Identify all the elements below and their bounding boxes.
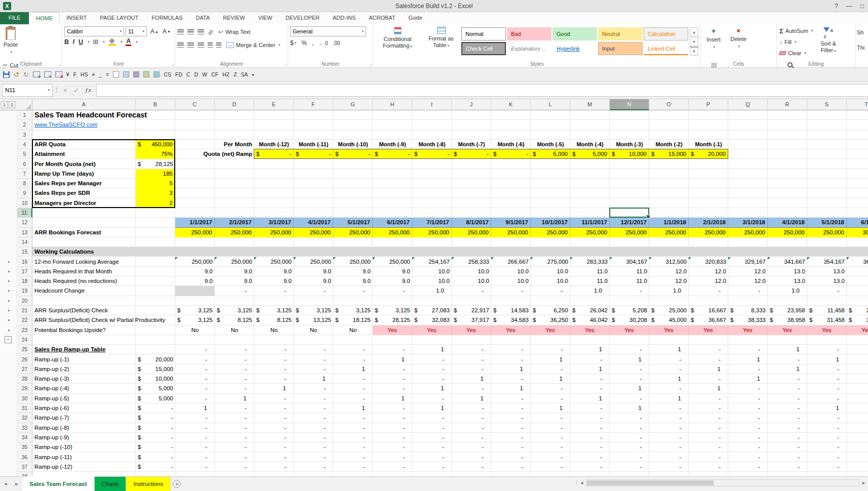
cell-O19[interactable]: 1.0 — [649, 286, 689, 296]
cell-E13[interactable]: 250,000 — [254, 228, 294, 237]
cell-L22[interactable]: $36,250 — [531, 315, 570, 325]
decrease-indent-icon[interactable] — [208, 43, 213, 48]
horizontal-scrollbar[interactable] — [586, 479, 859, 486]
row-header-24[interactable]: 24 — [17, 335, 32, 345]
cell-Q17[interactable]: 12.0 — [728, 267, 768, 276]
clear-button[interactable]: Clear▾ — [778, 48, 815, 59]
cell-A9[interactable]: Sales Reps per SDR — [32, 188, 136, 198]
cell-A6[interactable]: Per Month Quota (net) — [32, 159, 136, 169]
column-header-J[interactable]: J — [452, 99, 491, 110]
column-header-R[interactable]: R — [768, 99, 807, 110]
cell-G12[interactable]: 5/1/2017 — [333, 218, 373, 227]
ribbon-tab-developer[interactable]: DEVELOPER — [279, 12, 326, 24]
sheet-tab-charts[interactable]: Charts — [95, 477, 127, 491]
cell-I18[interactable]: 10.0 — [412, 276, 452, 286]
cell-I4[interactable]: Month (-8) — [412, 140, 452, 149]
cell-T19[interactable]: 1.0 — [847, 286, 868, 296]
not-equal-button[interactable]: ≠ — [92, 69, 95, 79]
swatch-purple[interactable] — [133, 69, 139, 79]
cell-F5[interactable]: $- — [294, 149, 333, 159]
cell-A21[interactable]: ARR Surplus/(Deficit) Check — [32, 306, 136, 315]
cell-P16[interactable]: 320,833 — [689, 257, 728, 267]
cell-A4[interactable]: ARR Quota — [32, 140, 136, 149]
cell-I34[interactable]: - — [412, 433, 452, 442]
cell-G37[interactable]: - — [333, 462, 373, 472]
cell-T18[interactable]: 14.0 — [847, 276, 868, 286]
column-header-N[interactable]: N — [610, 99, 649, 110]
cell-H28[interactable]: - — [373, 374, 412, 384]
cell-B5[interactable]: 75% — [136, 149, 175, 159]
increase-font-size-button[interactable]: A▲ — [148, 26, 161, 36]
cell-N37[interactable]: - — [610, 462, 649, 472]
cell-M25[interactable]: 1 — [570, 345, 610, 354]
cell-T13[interactable]: 300,000 — [847, 228, 868, 237]
cell-O26[interactable]: - — [649, 355, 689, 364]
cell-P19[interactable]: - — [689, 286, 728, 296]
cell-J21[interactable]: $22,917 — [452, 306, 491, 315]
cell-H12[interactable]: 6/1/2017 — [373, 218, 412, 227]
cell-K4[interactable]: Month (-6) — [491, 140, 531, 149]
cell-T33[interactable]: - — [847, 423, 868, 433]
cell-B29[interactable]: $5,000 — [136, 384, 175, 393]
cell-O33[interactable]: - — [649, 423, 689, 433]
cell-S32[interactable]: - — [807, 413, 847, 423]
column-header-K[interactable]: K — [491, 99, 531, 110]
macro-hs-button[interactable]: HS — [81, 69, 88, 79]
cell-E23[interactable]: No — [254, 325, 294, 335]
cell-H22[interactable]: $28,125 — [373, 315, 412, 325]
cell-P34[interactable]: - — [689, 433, 728, 442]
enter-button[interactable]: ✓ — [73, 87, 79, 94]
cell-D4[interactable]: Per Month — [215, 140, 254, 149]
cell-S31[interactable]: 1 — [807, 403, 847, 413]
select-all-corner[interactable] — [17, 99, 32, 110]
cell-style-good[interactable]: Good — [553, 27, 597, 40]
cell-N21[interactable]: $5,208 — [610, 306, 649, 315]
cell-S26[interactable]: 1 — [807, 355, 847, 364]
macro-z-button[interactable]: Z — [233, 69, 236, 79]
row-header-27[interactable]: 27 — [17, 364, 32, 374]
cell-D25[interactable]: - — [215, 345, 254, 354]
cell-D22[interactable]: $8,125 — [215, 315, 254, 325]
cell-K29[interactable]: 1 — [491, 384, 531, 393]
cell-F34[interactable]: - — [294, 433, 333, 442]
cell-C13[interactable]: 250,000 — [175, 228, 215, 237]
cell-N4[interactable]: Month (-3) — [610, 140, 649, 149]
cell-E37[interactable]: - — [254, 462, 294, 472]
cell-I16[interactable]: 254,167 — [412, 257, 452, 267]
cell-R18[interactable]: 13.0 — [768, 276, 807, 286]
cell-E16[interactable]: 250,000 — [254, 257, 294, 267]
ribbon-tab-add-ins[interactable]: ADD-INS — [326, 12, 362, 24]
cell-T29[interactable]: - — [847, 384, 868, 393]
cell-P33[interactable]: - — [689, 423, 728, 433]
ribbon-tab-home[interactable]: HOME — [29, 12, 60, 24]
cell-C33[interactable]: - — [175, 423, 215, 433]
swatch-blue[interactable] — [123, 69, 129, 79]
yen-macro-button[interactable]: ¥ — [66, 69, 69, 79]
cell-A35[interactable]: Ramp-up (-10) — [32, 442, 136, 452]
partial-button-text2[interactable]: Thi — [857, 45, 867, 51]
cell-L35[interactable]: - — [531, 442, 570, 452]
cell-G29[interactable]: - — [333, 384, 373, 393]
cell-L5[interactable]: $5,000 — [531, 149, 570, 159]
cell-J28[interactable]: 1 — [452, 374, 491, 384]
cell-D23[interactable]: No — [215, 325, 254, 335]
cell-E33[interactable]: - — [254, 423, 294, 433]
cell-K30[interactable]: - — [491, 394, 531, 403]
cell-B9[interactable]: 3 — [136, 188, 175, 198]
cell-N23[interactable]: Yes — [610, 325, 649, 335]
gallery-scroll-up-button[interactable]: ▲ — [690, 27, 698, 36]
cell-J27[interactable]: - — [452, 364, 491, 374]
cell-O13[interactable]: 250,000 — [649, 228, 689, 237]
cell-O27[interactable]: - — [649, 364, 689, 374]
fill-color-dropdown-icon[interactable]: ▾ — [121, 40, 123, 44]
cell-I12[interactable]: 7/1/2017 — [412, 218, 452, 227]
underline-button[interactable]: U — [78, 38, 83, 46]
ribbon-tab-file[interactable]: FILE — [0, 12, 29, 24]
cell-L29[interactable]: - — [531, 384, 570, 393]
cell-O22[interactable]: $45,000 — [649, 315, 689, 325]
cell-B6[interactable]: $28,125 — [136, 159, 175, 169]
cell-T34[interactable]: - — [847, 433, 868, 442]
cell-T28[interactable]: - — [847, 374, 868, 384]
column-header-L[interactable]: L — [531, 99, 570, 110]
hscroll-right-button[interactable]: ► — [861, 480, 866, 485]
